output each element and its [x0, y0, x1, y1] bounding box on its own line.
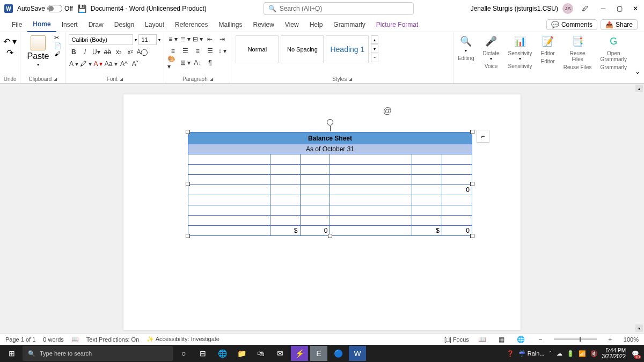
show-marks-button[interactable]: ¶: [204, 58, 215, 68]
table-cell[interactable]: [270, 216, 300, 226]
table-cell[interactable]: [188, 226, 270, 236]
onedrive-icon[interactable]: ☁: [557, 350, 562, 357]
table-cell[interactable]: [188, 165, 270, 175]
table-cell[interactable]: [188, 154, 270, 165]
grow-font-button[interactable]: A^: [119, 59, 129, 69]
zoom-out-button[interactable]: −: [535, 335, 546, 344]
table-cell[interactable]: [300, 154, 330, 165]
store-icon[interactable]: 🛍: [252, 346, 269, 361]
table-cell[interactable]: [270, 175, 300, 185]
maximize-button[interactable]: ▢: [615, 4, 624, 13]
app-icon[interactable]: ⚡: [291, 346, 308, 361]
edge-icon[interactable]: 🌐: [214, 346, 231, 361]
sort-button[interactable]: A↓: [192, 58, 203, 68]
tab-review[interactable]: Review: [248, 17, 280, 32]
scroll-up-button[interactable]: ▴: [635, 85, 643, 92]
style-heading1[interactable]: Heading 1: [326, 35, 369, 63]
styles-launcher[interactable]: ◢: [349, 77, 352, 82]
font-color-button[interactable]: A ▾: [93, 59, 103, 69]
resize-handle-tl[interactable]: [186, 130, 190, 134]
taskbar-search[interactable]: 🔍 Type here to search: [23, 346, 173, 361]
table-cell[interactable]: [412, 175, 442, 185]
table-cell[interactable]: [442, 195, 472, 205]
highlight-button[interactable]: 🖍 ▾: [80, 59, 91, 69]
underline-button[interactable]: U ▾: [91, 47, 101, 57]
resize-handle-ml[interactable]: [186, 182, 190, 186]
style-up-button[interactable]: ▴: [371, 35, 378, 44]
style-normal[interactable]: Normal: [236, 35, 279, 63]
table-cell[interactable]: [442, 175, 472, 185]
print-layout-button[interactable]: ▦: [496, 335, 508, 344]
undo-button[interactable]: ↶ ▾: [3, 36, 17, 47]
table-cell[interactable]: 0: [442, 185, 472, 195]
autosave-toggle[interactable]: AutoSave Off: [17, 5, 73, 12]
selected-table-object[interactable]: @ ⌐ Balance Sheet As of October 31 0 $: [188, 132, 472, 236]
sensitivity-icon[interactable]: 📊: [513, 34, 527, 48]
italic-button[interactable]: I: [80, 47, 90, 57]
paragraph-launcher[interactable]: ◢: [210, 77, 213, 82]
table-cell[interactable]: [442, 165, 472, 175]
table-cell[interactable]: [330, 175, 412, 185]
resize-handle-bc[interactable]: [328, 234, 332, 238]
weather-icon[interactable]: ☔ Rain...: [518, 350, 545, 357]
table-cell[interactable]: [270, 165, 300, 175]
borders-button[interactable]: ⊞ ▾: [180, 58, 191, 68]
document-area[interactable]: ▴ @ ⌐ Balance Sheet As of October 31 0: [0, 84, 644, 333]
tab-design[interactable]: Design: [109, 17, 140, 32]
text-predictions[interactable]: Text Predictions: On: [86, 336, 139, 343]
close-button[interactable]: ✕: [631, 4, 640, 13]
user-section[interactable]: Jenalle Sturgis (jsturgis1.CSU) JS: [471, 3, 573, 14]
system-tray[interactable]: ❓ ☔ Rain... ˄ ☁ 🔋 📶 🔇 5:44 PM 3/22/2022 …: [507, 348, 641, 359]
change-case-button[interactable]: Aa ▾: [105, 59, 118, 69]
table-cell[interactable]: [412, 154, 442, 165]
zoom-in-button[interactable]: +: [604, 335, 616, 344]
volume-icon[interactable]: 🔇: [590, 350, 598, 357]
table-cell[interactable]: [412, 195, 442, 205]
superscript-button[interactable]: x²: [125, 47, 135, 57]
cortana-icon[interactable]: ○: [175, 346, 192, 361]
cut-button[interactable]: ✂: [54, 34, 62, 41]
table-cell[interactable]: [330, 165, 412, 175]
style-down-button[interactable]: ▾: [371, 45, 378, 53]
tab-view[interactable]: View: [280, 17, 304, 32]
table-cell[interactable]: $: [270, 226, 300, 236]
table-cell[interactable]: 0: [442, 226, 472, 236]
share-button[interactable]: 📤 Share: [601, 19, 638, 30]
table-cell[interactable]: [188, 205, 270, 216]
clipboard-launcher[interactable]: ◢: [54, 77, 57, 82]
font-color2-button[interactable]: A ▾: [69, 59, 78, 69]
table-cell[interactable]: 0: [300, 226, 330, 236]
app2-icon[interactable]: E: [310, 346, 327, 361]
layout-options-button[interactable]: ⌐: [477, 130, 489, 143]
numbering-button[interactable]: ≣ ▾: [180, 34, 191, 44]
tab-help[interactable]: Help: [304, 17, 328, 32]
start-button[interactable]: ⊞: [3, 346, 20, 361]
table-cell[interactable]: [300, 165, 330, 175]
font-size-select[interactable]: [138, 34, 157, 45]
explorer-icon[interactable]: 📁: [233, 346, 250, 361]
tab-layout[interactable]: Layout: [140, 17, 170, 32]
table-cell[interactable]: [330, 185, 412, 195]
focus-mode[interactable]: [□] Focus: [444, 336, 469, 343]
user-avatar[interactable]: JS: [562, 3, 573, 14]
copy-button[interactable]: 📄: [54, 42, 62, 49]
align-left-button[interactable]: ≡: [167, 46, 178, 56]
rotate-handle[interactable]: [327, 119, 333, 125]
grammarly-icon[interactable]: G: [606, 34, 620, 48]
table-cell[interactable]: [270, 195, 300, 205]
table-cell[interactable]: [188, 195, 270, 205]
notifications-button[interactable]: 💬10: [630, 348, 641, 359]
format-painter-button[interactable]: 🖌: [54, 50, 62, 57]
table-cell[interactable]: [300, 175, 330, 185]
save-icon[interactable]: 💾: [77, 4, 86, 13]
strike-button[interactable]: ab: [103, 47, 112, 57]
word-taskbar-icon[interactable]: W: [349, 346, 366, 361]
table-cell[interactable]: [300, 195, 330, 205]
resize-handle-br[interactable]: [470, 234, 474, 238]
shading-button[interactable]: 🎨 ▾: [167, 58, 178, 68]
document-page[interactable]: @ ⌐ Balance Sheet As of October 31 0 $: [123, 94, 521, 330]
find-icon[interactable]: 🔍: [459, 34, 473, 48]
editor-icon[interactable]: 📝: [541, 34, 555, 48]
table-cell[interactable]: [300, 185, 330, 195]
help-icon[interactable]: ❓: [507, 350, 514, 357]
